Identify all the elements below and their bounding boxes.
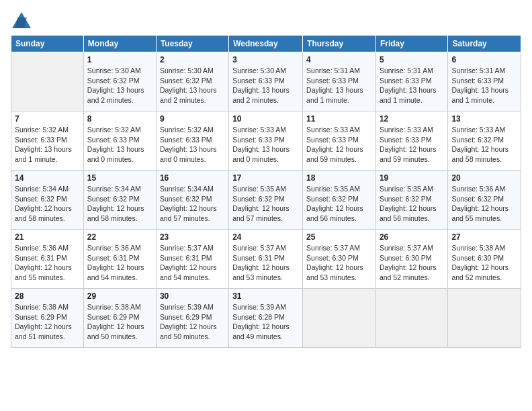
day-info: Sunrise: 5:32 AMSunset: 6:33 PMDaylight:…	[160, 125, 225, 165]
calendar-day-cell	[448, 289, 521, 348]
day-info: Sunrise: 5:34 AMSunset: 6:32 PMDaylight:…	[87, 184, 152, 224]
day-info: Sunrise: 5:37 AMSunset: 6:31 PMDaylight:…	[160, 243, 225, 283]
day-info: Sunrise: 5:36 AMSunset: 6:31 PMDaylight:…	[87, 243, 152, 283]
calendar-day-cell: 3Sunrise: 5:30 AMSunset: 6:33 PMDaylight…	[229, 52, 303, 111]
day-info: Sunrise: 5:34 AMSunset: 6:32 PMDaylight:…	[160, 184, 225, 224]
calendar-day-cell: 13Sunrise: 5:33 AMSunset: 6:32 PMDayligh…	[448, 111, 521, 171]
weekday-header-cell: Tuesday	[156, 36, 228, 52]
day-info: Sunrise: 5:33 AMSunset: 6:33 PMDaylight:…	[232, 125, 299, 165]
day-info: Sunrise: 5:39 AMSunset: 6:29 PMDaylight:…	[160, 302, 225, 342]
day-number: 12	[380, 114, 444, 124]
day-number: 29	[87, 291, 152, 301]
day-info: Sunrise: 5:32 AMSunset: 6:33 PMDaylight:…	[15, 125, 80, 165]
day-info: Sunrise: 5:35 AMSunset: 6:32 PMDaylight:…	[380, 184, 444, 224]
day-number: 20	[451, 173, 517, 183]
calendar-day-cell: 8Sunrise: 5:32 AMSunset: 6:33 PMDaylight…	[83, 111, 156, 171]
day-number: 16	[160, 173, 225, 183]
logo-icon	[11, 11, 32, 30]
calendar-week-row: 7Sunrise: 5:32 AMSunset: 6:33 PMDaylight…	[11, 111, 521, 171]
day-info: Sunrise: 5:32 AMSunset: 6:33 PMDaylight:…	[87, 125, 152, 165]
calendar-day-cell: 27Sunrise: 5:38 AMSunset: 6:30 PMDayligh…	[448, 230, 521, 289]
day-info: Sunrise: 5:38 AMSunset: 6:29 PMDaylight:…	[87, 302, 152, 342]
day-number: 19	[380, 173, 444, 183]
calendar-day-cell: 19Sunrise: 5:35 AMSunset: 6:32 PMDayligh…	[375, 171, 447, 230]
calendar-day-cell	[303, 289, 376, 348]
day-number: 27	[451, 232, 517, 242]
calendar-day-cell: 30Sunrise: 5:39 AMSunset: 6:29 PMDayligh…	[156, 289, 228, 348]
day-info: Sunrise: 5:36 AMSunset: 6:31 PMDaylight:…	[15, 243, 80, 283]
calendar-day-cell: 7Sunrise: 5:32 AMSunset: 6:33 PMDaylight…	[11, 111, 84, 171]
calendar-day-cell: 22Sunrise: 5:36 AMSunset: 6:31 PMDayligh…	[83, 230, 156, 289]
calendar-week-row: 1Sunrise: 5:30 AMSunset: 6:32 PMDaylight…	[11, 52, 521, 111]
day-number: 18	[306, 173, 372, 183]
weekday-header-row: SundayMondayTuesdayWednesdayThursdayFrid…	[11, 36, 521, 52]
day-number: 14	[15, 173, 80, 183]
calendar-day-cell: 14Sunrise: 5:34 AMSunset: 6:32 PMDayligh…	[11, 171, 84, 230]
day-number: 23	[160, 232, 225, 242]
day-info: Sunrise: 5:35 AMSunset: 6:32 PMDaylight:…	[306, 184, 372, 224]
day-info: Sunrise: 5:37 AMSunset: 6:30 PMDaylight:…	[380, 243, 444, 283]
day-number: 26	[380, 232, 444, 242]
logo	[11, 11, 35, 30]
day-number: 17	[232, 173, 299, 183]
day-number: 11	[306, 114, 372, 124]
day-number: 10	[232, 114, 299, 124]
day-number: 9	[160, 114, 225, 124]
calendar-day-cell	[375, 289, 447, 348]
day-info: Sunrise: 5:30 AMSunset: 6:32 PMDaylight:…	[160, 66, 225, 105]
calendar-table: SundayMondayTuesdayWednesdayThursdayFrid…	[11, 35, 521, 348]
day-info: Sunrise: 5:30 AMSunset: 6:33 PMDaylight:…	[232, 66, 299, 105]
calendar-day-cell: 16Sunrise: 5:34 AMSunset: 6:32 PMDayligh…	[156, 171, 228, 230]
day-number: 8	[87, 114, 152, 124]
day-info: Sunrise: 5:31 AMSunset: 6:33 PMDaylight:…	[306, 66, 372, 105]
calendar-day-cell: 23Sunrise: 5:37 AMSunset: 6:31 PMDayligh…	[156, 230, 228, 289]
day-number: 22	[87, 232, 152, 242]
day-info: Sunrise: 5:38 AMSunset: 6:30 PMDaylight:…	[451, 243, 517, 283]
calendar-day-cell: 10Sunrise: 5:33 AMSunset: 6:33 PMDayligh…	[229, 111, 303, 171]
calendar-day-cell: 2Sunrise: 5:30 AMSunset: 6:32 PMDaylight…	[156, 52, 228, 111]
day-number: 31	[232, 291, 299, 301]
day-info: Sunrise: 5:36 AMSunset: 6:32 PMDaylight:…	[451, 184, 517, 224]
weekday-header-cell: Saturday	[448, 36, 521, 52]
day-info: Sunrise: 5:31 AMSunset: 6:33 PMDaylight:…	[380, 66, 444, 105]
weekday-header-cell: Friday	[375, 36, 447, 52]
calendar-day-cell: 25Sunrise: 5:37 AMSunset: 6:30 PMDayligh…	[303, 230, 376, 289]
day-number: 2	[160, 55, 225, 64]
calendar-day-cell: 9Sunrise: 5:32 AMSunset: 6:33 PMDaylight…	[156, 111, 228, 171]
day-number: 25	[306, 232, 372, 242]
calendar-day-cell: 21Sunrise: 5:36 AMSunset: 6:31 PMDayligh…	[11, 230, 84, 289]
weekday-header-cell: Wednesday	[229, 36, 303, 52]
day-number: 24	[232, 232, 299, 242]
day-info: Sunrise: 5:33 AMSunset: 6:32 PMDaylight:…	[451, 125, 517, 165]
calendar-day-cell: 1Sunrise: 5:30 AMSunset: 6:32 PMDaylight…	[83, 52, 156, 111]
day-number: 21	[15, 232, 80, 242]
calendar-day-cell: 28Sunrise: 5:38 AMSunset: 6:29 PMDayligh…	[11, 289, 84, 348]
calendar-day-cell: 31Sunrise: 5:39 AMSunset: 6:28 PMDayligh…	[229, 289, 303, 348]
day-number: 4	[306, 55, 372, 64]
day-info: Sunrise: 5:33 AMSunset: 6:33 PMDaylight:…	[306, 125, 372, 165]
day-info: Sunrise: 5:35 AMSunset: 6:32 PMDaylight:…	[232, 184, 299, 224]
weekday-header-cell: Sunday	[11, 36, 84, 52]
page-header	[11, 11, 521, 30]
day-number: 5	[380, 55, 444, 64]
calendar-day-cell: 4Sunrise: 5:31 AMSunset: 6:33 PMDaylight…	[303, 52, 376, 111]
day-number: 28	[15, 291, 80, 301]
weekday-header-cell: Monday	[83, 36, 156, 52]
calendar-day-cell: 20Sunrise: 5:36 AMSunset: 6:32 PMDayligh…	[448, 171, 521, 230]
calendar-day-cell: 18Sunrise: 5:35 AMSunset: 6:32 PMDayligh…	[303, 171, 376, 230]
day-number: 15	[87, 173, 152, 183]
calendar-day-cell: 26Sunrise: 5:37 AMSunset: 6:30 PMDayligh…	[375, 230, 447, 289]
day-info: Sunrise: 5:30 AMSunset: 6:32 PMDaylight:…	[87, 66, 152, 105]
calendar-week-row: 14Sunrise: 5:34 AMSunset: 6:32 PMDayligh…	[11, 171, 521, 230]
calendar-day-cell: 17Sunrise: 5:35 AMSunset: 6:32 PMDayligh…	[229, 171, 303, 230]
day-number: 30	[160, 291, 225, 301]
day-number: 13	[451, 114, 517, 124]
day-number: 6	[451, 55, 517, 64]
calendar-week-row: 21Sunrise: 5:36 AMSunset: 6:31 PMDayligh…	[11, 230, 521, 289]
calendar-body: 1Sunrise: 5:30 AMSunset: 6:32 PMDaylight…	[11, 52, 521, 348]
calendar-day-cell: 11Sunrise: 5:33 AMSunset: 6:33 PMDayligh…	[303, 111, 376, 171]
day-info: Sunrise: 5:38 AMSunset: 6:29 PMDaylight:…	[15, 302, 80, 342]
calendar-day-cell	[11, 52, 84, 111]
day-info: Sunrise: 5:37 AMSunset: 6:31 PMDaylight:…	[232, 243, 299, 283]
calendar-day-cell: 24Sunrise: 5:37 AMSunset: 6:31 PMDayligh…	[229, 230, 303, 289]
